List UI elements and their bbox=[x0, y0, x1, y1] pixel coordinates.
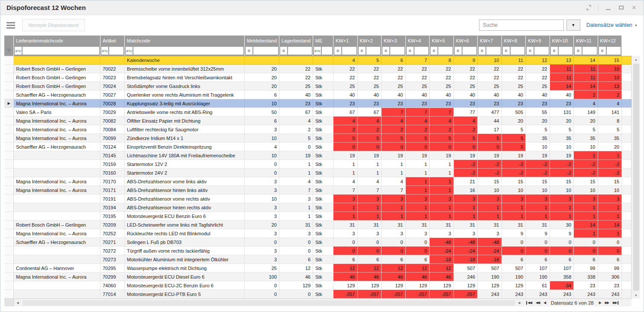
cell-lagerbestand[interactable]: 4 bbox=[279, 117, 313, 125]
cell-lagerbestand[interactable]: 0 bbox=[279, 290, 313, 299]
cell-kw-alert[interactable]: 14 bbox=[574, 82, 598, 91]
cell-kw[interactable]: 6 bbox=[574, 255, 598, 264]
cell-lagerbestand[interactable]: 12 bbox=[279, 264, 313, 273]
text-filter-operator-icon[interactable]: a%c bbox=[101, 47, 108, 55]
cell-me[interactable]: Stk bbox=[313, 281, 333, 290]
cell-me[interactable]: Stk bbox=[313, 73, 333, 82]
cell-matchcode[interactable]: Startermotor 24V 2 bbox=[125, 169, 245, 177]
cell-matchcode[interactable]: ABS-Drehzahlsensor hinten links aktiv bbox=[125, 186, 245, 195]
cell-kw[interactable]: 22 bbox=[454, 73, 478, 82]
filter-input-kw-6[interactable] bbox=[463, 47, 477, 55]
calendar-week-number[interactable]: 7 bbox=[406, 56, 430, 65]
cell-kw[interactable]: 1 bbox=[358, 169, 382, 177]
cell-kw[interactable]: 10 bbox=[574, 186, 598, 195]
cell-kw[interactable]: 31 bbox=[382, 221, 406, 229]
cell-supplier[interactable]: Schaeffler AG – Herzogenaurach bbox=[14, 238, 100, 247]
cell-matchcode[interactable]: Motorsteuergerät ECU Benzin Euro 6 bbox=[125, 212, 245, 221]
cell-lagerbestand[interactable]: 0 bbox=[279, 143, 313, 151]
equals-filter-operator-icon[interactable]: = bbox=[575, 47, 582, 55]
equals-filter-operator-icon[interactable]: = bbox=[527, 47, 534, 55]
calendar-week-number[interactable]: 14 bbox=[574, 56, 598, 65]
cell-supplier[interactable]: Magna International Inc. – Aurora bbox=[14, 117, 100, 125]
cell-kw[interactable]: 1 bbox=[406, 169, 430, 177]
cell-kw[interactable]: 19 bbox=[478, 151, 502, 160]
equals-filter-operator-icon[interactable]: = bbox=[430, 47, 437, 55]
cell-kw-alert[interactable]: 0 bbox=[358, 247, 382, 255]
filter-input-matchcode[interactable] bbox=[133, 47, 243, 55]
cell-kw[interactable]: 7 bbox=[358, 186, 382, 195]
cell-matchcode[interactable]: LED-Scheinwerfer vorne links mit Tagfahr… bbox=[125, 221, 245, 229]
cell-kw[interactable]: 129 bbox=[382, 281, 406, 290]
cell-kw-alert[interactable]: -34 bbox=[550, 281, 574, 290]
cell-kw-alert[interactable]: 2 bbox=[430, 125, 454, 134]
cell-matchcode[interactable]: Türgriff außen vorne rechts lackierfähig bbox=[125, 247, 245, 255]
cell-kw-alert[interactable]: 46 bbox=[406, 273, 430, 281]
table-row-70159[interactable]: 70159Startermotor 12V 201Stk11111-2-2-2-… bbox=[4, 160, 631, 169]
column-header-me[interactable]: ME bbox=[313, 36, 333, 46]
cell-kw[interactable]: 190 bbox=[502, 273, 526, 281]
cell-kw[interactable]: 3 bbox=[358, 229, 382, 238]
cell-supplier[interactable] bbox=[14, 212, 100, 221]
cell-me[interactable]: Stk bbox=[313, 125, 333, 134]
cell-kw[interactable]: 7 bbox=[333, 186, 358, 195]
cell-kw[interactable]: 31 bbox=[502, 221, 526, 229]
cell-kw[interactable]: 190 bbox=[526, 273, 550, 281]
cell-lagerbestand[interactable]: 31 bbox=[279, 221, 313, 229]
cell-kw[interactable]: 25 bbox=[478, 82, 502, 91]
cell-kw[interactable]: 23 bbox=[502, 99, 526, 108]
cell-kw[interactable]: 19 bbox=[358, 151, 382, 160]
cell-supplier[interactable] bbox=[14, 160, 100, 169]
cell-kw[interactable]: 3 bbox=[454, 229, 478, 238]
cell-kw[interactable]: 44 bbox=[478, 117, 502, 125]
table-row-74060[interactable]: 74060Motorsteuergerät ECU-2C Benzin Euro… bbox=[4, 281, 631, 290]
calendar-week-number[interactable]: 6 bbox=[382, 56, 406, 65]
cell-matchcode[interactable]: Ölfilter Einsatz Papier mit Dichtung bbox=[125, 117, 245, 125]
column-header-kw-8[interactable]: KW+8 bbox=[502, 36, 526, 46]
cell-kw-alert[interactable]: 2 bbox=[454, 125, 478, 134]
cell-kw-alert[interactable]: 46 bbox=[382, 273, 406, 281]
cell-me[interactable]: Stk bbox=[313, 221, 333, 229]
cell-kw[interactable]: 19 bbox=[333, 151, 358, 160]
cell-me[interactable]: Stk bbox=[313, 186, 333, 195]
table-row-70252[interactable]: Magna International Inc. – Aurora70252Rü… bbox=[4, 229, 631, 238]
cell-kw[interactable]: 40 bbox=[430, 91, 454, 99]
cell-kw[interactable]: 23 bbox=[550, 99, 574, 108]
filter-input-kw-4[interactable] bbox=[414, 47, 429, 55]
cell-lagerbestand[interactable]: 22 bbox=[279, 65, 313, 73]
vertical-scroll-thumb[interactable] bbox=[633, 64, 639, 291]
cell-kw[interactable]: 23 bbox=[358, 99, 382, 108]
equals-filter-operator-icon[interactable]: = bbox=[599, 47, 606, 55]
cell-kw[interactable]: 6 bbox=[502, 255, 526, 264]
vertical-scrollbar[interactable]: ▲ ▼ bbox=[631, 56, 640, 299]
cell-meldebestand[interactable]: 0 bbox=[245, 160, 279, 169]
cell-lagerbestand[interactable]: 2 bbox=[279, 125, 313, 134]
cell-kw-alert[interactable]: 1 bbox=[574, 229, 598, 238]
table-row-70191[interactable]: 70191ABS-Drehzahlsensor vorne rechts akt… bbox=[4, 195, 631, 203]
cell-artikel[interactable]: 70209 bbox=[100, 221, 125, 229]
cell-me[interactable]: Stk bbox=[313, 203, 333, 212]
cell-supplier[interactable] bbox=[14, 169, 100, 177]
cell-kw[interactable]: 15 bbox=[478, 177, 502, 186]
cell-supplier[interactable] bbox=[14, 56, 100, 65]
cell-meldebestand[interactable]: 4 bbox=[245, 143, 279, 151]
cell-kw[interactable]: 23 bbox=[478, 99, 502, 108]
cell-kw[interactable]: 0 bbox=[333, 238, 358, 247]
cell-kw[interactable]: 7 bbox=[382, 186, 406, 195]
cell-meldebestand[interactable]: 3 bbox=[245, 247, 279, 255]
cell-meldebestand[interactable]: 6 bbox=[245, 91, 279, 99]
cell-supplier[interactable] bbox=[14, 151, 100, 160]
cell-kw-alert[interactable]: 7 bbox=[406, 108, 430, 117]
cell-kw[interactable]: 20 bbox=[598, 143, 622, 151]
cell-supplier[interactable]: Magna International Inc. – Aurora bbox=[14, 186, 100, 195]
cell-kw-alert[interactable]: 1 bbox=[550, 212, 574, 221]
equals-filter-operator-icon[interactable]: = bbox=[382, 47, 389, 55]
calendar-week-number[interactable]: 11 bbox=[502, 56, 526, 65]
cell-kw[interactable]: 67 bbox=[333, 108, 358, 117]
cell-kw[interactable]: 4 bbox=[333, 177, 358, 186]
cell-kw-alert[interactable]: -257 bbox=[454, 290, 478, 299]
cell-matchcode[interactable]: Einspritzventil Benzin Direkteinspritzun… bbox=[125, 143, 245, 151]
cell-kw[interactable]: 16 bbox=[454, 186, 478, 195]
cell-kw[interactable]: 25 bbox=[382, 82, 406, 91]
cell-kw-alert[interactable]: 12 bbox=[406, 264, 430, 273]
table-row-70295[interactable]: Continental AG – Hannover70295Wasserpump… bbox=[4, 264, 631, 273]
